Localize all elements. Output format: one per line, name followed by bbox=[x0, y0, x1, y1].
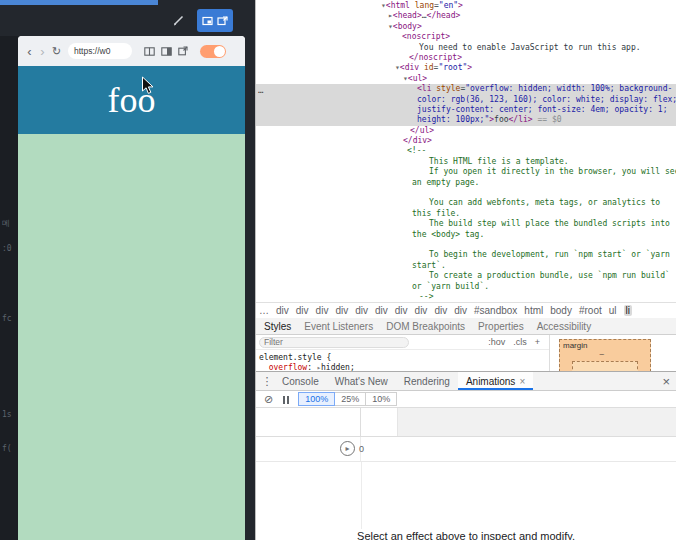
tree-node[interactable]: or `yarn build`. bbox=[256, 282, 676, 292]
tree-node[interactable] bbox=[256, 188, 676, 198]
clear-all-icon[interactable]: ⊘ bbox=[264, 394, 273, 405]
preview-toggle[interactable] bbox=[200, 45, 226, 58]
breadcrumb-item-div[interactable]: div bbox=[415, 305, 428, 316]
breadcrumb-item-div[interactable]: div bbox=[335, 305, 348, 316]
tree-node[interactable]: <noscript> bbox=[256, 32, 676, 42]
tree-node[interactable]: If you open it directly in the browser, … bbox=[256, 167, 676, 177]
tab-event-listeners[interactable]: Event Listeners bbox=[304, 321, 373, 332]
tree-node[interactable]: This HTML file is a template. bbox=[256, 157, 676, 167]
pause-icon[interactable] bbox=[282, 390, 290, 408]
split-view-icon[interactable] bbox=[161, 47, 172, 56]
tab-dom-breakpoints[interactable]: DOM Breakpoints bbox=[386, 321, 465, 332]
cls-toggle[interactable]: .cls bbox=[513, 337, 527, 347]
breadcrumb-item-li[interactable]: li bbox=[624, 305, 632, 316]
new-style-rule-button[interactable]: + bbox=[535, 337, 540, 347]
tree-node[interactable]: height: 100px;">foo</li> == $0 bbox=[256, 115, 676, 125]
drawer-tab-what-s-new[interactable]: What's New bbox=[327, 372, 396, 390]
tree-node[interactable]: an empty page. bbox=[256, 178, 676, 188]
tree-node[interactable]: <li style="overflow: hidden; width: 100%… bbox=[256, 84, 676, 94]
margin-top-value[interactable]: ‒ bbox=[600, 349, 604, 358]
tree-token: == $0 bbox=[533, 115, 562, 124]
preview-layout-icon[interactable] bbox=[144, 47, 155, 56]
tree-node[interactable]: To begin the development, run `npm start… bbox=[256, 250, 676, 260]
replay-icon[interactable]: ▸ bbox=[340, 441, 355, 456]
styles-filter-row: :hov .cls + bbox=[256, 335, 549, 350]
tree-token: <html bbox=[386, 1, 410, 10]
tree-token: justify-content: center; font-size: 4em;… bbox=[417, 105, 667, 114]
tree-node[interactable]: </ul> bbox=[256, 126, 676, 136]
refresh-button[interactable]: ↻ bbox=[50, 46, 63, 57]
breadcrumb-item-more[interactable]: … bbox=[259, 305, 269, 316]
element-style-rule[interactable]: element.style { overflow: ▸hidden; bbox=[256, 350, 549, 371]
tree-overflow-ellipsis: … bbox=[258, 85, 263, 95]
drawer-tab-console[interactable]: Console bbox=[274, 372, 327, 390]
devtools-pane: ▾<html lang="en">▸<head>…</head>▾<body><… bbox=[255, 0, 676, 540]
tree-node[interactable]: <!-- bbox=[256, 146, 676, 156]
tree-node[interactable]: ▾<html lang="en"> bbox=[256, 1, 676, 11]
tree-node[interactable]: ▾<body> bbox=[256, 22, 676, 32]
drawer-tab-rendering[interactable]: Rendering bbox=[396, 372, 458, 390]
tree-node[interactable]: color: rgb(36, 123, 160); color: white; … bbox=[256, 95, 676, 105]
tab-properties[interactable]: Properties bbox=[478, 321, 524, 332]
breadcrumb-item-div[interactable]: div bbox=[296, 305, 309, 316]
tree-token: "en" bbox=[439, 1, 458, 10]
tree-node[interactable]: </noscript> bbox=[256, 53, 676, 63]
tree-node[interactable]: You can add webfonts, meta tags, or anal… bbox=[256, 198, 676, 208]
devtools-drawer: ⋮ ConsoleWhat's NewRenderingAnimations× … bbox=[256, 371, 676, 540]
tree-node[interactable]: the <body> tag. bbox=[256, 230, 676, 240]
style-property-name[interactable]: overflow bbox=[269, 363, 308, 371]
tree-node[interactable]: justify-content: center; font-size: 4em;… bbox=[256, 105, 676, 115]
url-bar[interactable]: https://w0 bbox=[68, 43, 132, 59]
tree-node[interactable]: this file. bbox=[256, 209, 676, 219]
speed-10[interactable]: 10% bbox=[365, 392, 397, 406]
tree-token: <noscript> bbox=[402, 32, 450, 41]
tree-token: > bbox=[458, 1, 463, 10]
tree-node[interactable]: --> bbox=[256, 292, 676, 302]
tree-node[interactable] bbox=[256, 240, 676, 250]
open-external-icon[interactable] bbox=[178, 46, 188, 56]
breadcrumb-item-html[interactable]: html bbox=[524, 305, 543, 316]
breadcrumb-item-ul[interactable]: ul bbox=[609, 305, 617, 316]
tree-node[interactable]: ▾<ul> bbox=[256, 74, 676, 84]
tree-node[interactable]: ▾<div id="root"> bbox=[256, 63, 676, 73]
forward-button[interactable]: › bbox=[36, 45, 49, 58]
breadcrumb-item-div[interactable]: div bbox=[375, 305, 388, 316]
open-new-window-icon[interactable] bbox=[217, 16, 228, 26]
tree-node[interactable]: The build step will place the bundled sc… bbox=[256, 219, 676, 229]
breadcrumb-item-div[interactable]: div bbox=[355, 305, 368, 316]
breadcrumb-item-div[interactable]: div bbox=[395, 305, 408, 316]
drawer-menu-icon[interactable]: ⋮ bbox=[260, 375, 274, 388]
style-property-value[interactable]: hidden; bbox=[321, 363, 355, 371]
tab-styles[interactable]: Styles bbox=[264, 321, 291, 332]
tree-node[interactable]: You need to enable JavaScript to run thi… bbox=[256, 43, 676, 53]
preview-heading-li: foo bbox=[18, 66, 245, 134]
breadcrumb-item-body[interactable]: body bbox=[550, 305, 572, 316]
drawer-tab-animations[interactable]: Animations× bbox=[458, 372, 533, 390]
drawer-close-icon[interactable]: × bbox=[662, 374, 670, 389]
edit-icon[interactable] bbox=[172, 13, 186, 27]
tree-token: <body> bbox=[393, 22, 422, 31]
styles-filter-input[interactable] bbox=[259, 337, 409, 348]
animations-empty-message: Select an effect above to inspect and mo… bbox=[256, 530, 676, 540]
tree-node[interactable]: To create a production bundle, use `npm … bbox=[256, 271, 676, 281]
back-button[interactable]: ‹ bbox=[23, 45, 36, 58]
open-preview-icon[interactable] bbox=[202, 16, 213, 26]
tree-node[interactable]: start`. bbox=[256, 261, 676, 271]
tree-node[interactable]: </div> bbox=[256, 136, 676, 146]
breadcrumb-item-div[interactable]: div bbox=[276, 305, 289, 316]
tab-accessibility[interactable]: Accessibility bbox=[537, 321, 591, 332]
timeline-ruler[interactable] bbox=[362, 408, 676, 436]
tree-node[interactable]: ▸<head>…</head> bbox=[256, 11, 676, 21]
speed-25[interactable]: 25% bbox=[334, 392, 366, 406]
tree-token: "overflow: hidden; width: 100%; backgrou… bbox=[465, 84, 672, 93]
speed-100[interactable]: 100% bbox=[298, 392, 335, 406]
breadcrumb-item-div[interactable]: div bbox=[316, 305, 329, 316]
box-model-margin[interactable]: margin ‒ bbox=[559, 339, 651, 371]
hov-toggle[interactable]: :hov bbox=[488, 337, 505, 347]
breadcrumb-item-div[interactable]: div bbox=[434, 305, 447, 316]
close-tab-icon[interactable]: × bbox=[519, 376, 525, 387]
breadcrumb-item-root[interactable]: #root bbox=[579, 305, 602, 316]
breadcrumb-item-sandbox[interactable]: #sandbox bbox=[474, 305, 517, 316]
breadcrumb-item-div[interactable]: div bbox=[454, 305, 467, 316]
tree-token: </head> bbox=[427, 11, 461, 20]
